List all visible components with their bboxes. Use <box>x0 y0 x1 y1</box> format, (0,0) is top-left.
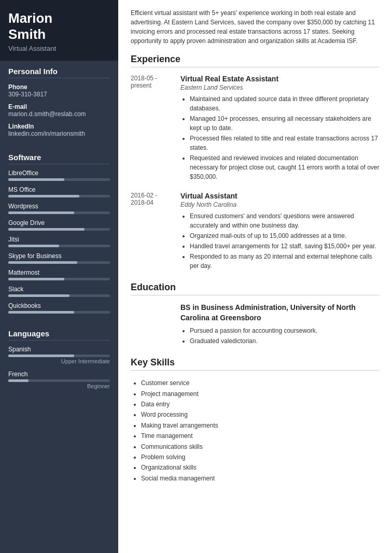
software-name: Google Drive <box>8 219 110 226</box>
skill-item: Project management <box>141 389 380 399</box>
language-bar-fill <box>8 355 74 357</box>
exp-company: Eastern Land Services <box>180 84 380 91</box>
personal-info-title: Personal Info <box>8 67 110 78</box>
email-item: E-mail marion.d.smith@reslab.com <box>8 103 110 118</box>
software-item: LibreOffice <box>8 169 110 181</box>
skill-item: Word processing <box>141 409 380 420</box>
phone-label: Phone <box>8 83 110 91</box>
edu-content: BS in Business Administration, Universit… <box>180 303 380 347</box>
software-bar-bg <box>8 278 110 280</box>
phone-item: Phone 309-310-3817 <box>8 83 110 98</box>
software-bar-bg <box>8 311 110 314</box>
exp-bullet: Managed 10+ processes, ensuring all nece… <box>190 114 380 133</box>
language-name: French <box>8 371 110 378</box>
software-bar-bg <box>8 195 110 197</box>
software-bar-bg <box>8 294 110 297</box>
software-bar-fill <box>8 261 77 264</box>
skill-item: Organizational skills <box>141 462 380 473</box>
exp-bullet: Requested and reviewed invoices and rela… <box>190 153 380 181</box>
sidebar-header: Marion Smith Virtual Assistant <box>0 0 118 61</box>
skill-item: Problem solving <box>141 452 380 462</box>
software-bar-bg <box>8 211 110 214</box>
experience-entry: 2018-05 - present Virtual Real Estate As… <box>131 75 380 182</box>
skills-list: Customer serviceProject managementData e… <box>131 378 380 484</box>
software-name: MS Office <box>8 186 110 193</box>
software-name: Skype for Business <box>8 252 110 260</box>
software-bar-fill <box>8 278 64 280</box>
main-content: Efficient virtual assistant with 5+ year… <box>118 0 392 553</box>
edu-degree: BS in Business Administration, Universit… <box>180 303 380 323</box>
software-item: Wordpress <box>8 203 110 214</box>
exp-dates: 2018-05 - present <box>131 75 172 182</box>
language-item: Spanish Upper Intermediate <box>8 346 110 364</box>
exp-bullets: Maintained and updated source data in th… <box>180 94 380 181</box>
exp-bullet: Ensured customers' and vendors' question… <box>190 211 380 230</box>
software-item: MS Office <box>8 186 110 197</box>
language-bar-bg <box>8 355 110 357</box>
exp-job-title: Virtual Assistant <box>180 192 380 200</box>
software-bar-bg <box>8 228 110 231</box>
software-item: Jitsi <box>8 236 110 247</box>
software-item: Skype for Business <box>8 252 110 264</box>
exp-bullet: Processed files related to title and rea… <box>190 134 380 152</box>
education-section: Education BS in Business Administration,… <box>131 282 380 347</box>
software-bar-fill <box>8 311 74 314</box>
exp-content: Virtual Assistant Eddy North Carolina En… <box>180 192 380 272</box>
candidate-title: Virtual Assistant <box>8 45 110 52</box>
software-name: Quickbooks <box>8 302 110 309</box>
languages-section: Languages Spanish Upper Intermediate Fre… <box>0 323 118 400</box>
exp-dates: 2016-02 - 2018-04 <box>131 192 172 272</box>
software-bar-fill <box>8 228 85 231</box>
software-name: LibreOffice <box>8 169 110 177</box>
phone-value: 309-310-3817 <box>8 91 110 98</box>
linkedin-value: linkedin.com/in/marionsmith <box>8 130 110 137</box>
language-level: Upper Intermediate <box>8 358 110 364</box>
skill-item: Communications skills <box>141 442 380 452</box>
email-value: marion.d.smith@reslab.com <box>8 110 110 118</box>
sidebar: Marion Smith Virtual Assistant Personal … <box>0 0 118 553</box>
language-bar-bg <box>8 379 110 382</box>
software-section: Software LibreOffice MS Office Wordpress… <box>0 147 118 323</box>
exp-bullets: Ensured customers' and vendors' question… <box>180 211 380 271</box>
language-bar-fill <box>8 379 29 382</box>
software-name: Mattermost <box>8 269 110 276</box>
software-bar-fill <box>8 195 79 197</box>
software-item: Slack <box>8 286 110 297</box>
email-label: E-mail <box>8 103 110 110</box>
software-bar-bg <box>8 245 110 247</box>
skill-item: Making travel arrangements <box>141 420 380 431</box>
exp-company: Eddy North Carolina <box>180 201 380 208</box>
software-bar-fill <box>8 211 74 214</box>
software-bar-fill <box>8 245 59 247</box>
exp-job-title: Virtual Real Estate Assistant <box>180 75 380 83</box>
linkedin-label: LinkedIn <box>8 123 110 130</box>
exp-bullet: Handled travel arrangements for 12 staff… <box>190 242 380 251</box>
education-entry: BS in Business Administration, Universit… <box>131 303 380 347</box>
software-name: Wordpress <box>8 203 110 210</box>
exp-content: Virtual Real Estate Assistant Eastern La… <box>180 75 380 182</box>
software-item: Quickbooks <box>8 302 110 314</box>
experience-entry: 2016-02 - 2018-04 Virtual Assistant Eddy… <box>131 192 380 272</box>
edu-bullet: Pursued a passion for accounting coursew… <box>190 326 380 335</box>
software-name: Jitsi <box>8 236 110 243</box>
summary-text: Efficient virtual assistant with 5+ year… <box>131 8 380 46</box>
skill-item: Data entry <box>141 399 380 409</box>
key-skills-title: Key Skills <box>131 357 380 371</box>
software-bar-bg <box>8 261 110 264</box>
language-name: Spanish <box>8 346 110 353</box>
exp-bullet: Organized mail-outs of up to 15,000 addr… <box>190 231 380 240</box>
skills-grid: Customer serviceProject managementData e… <box>131 378 380 484</box>
software-name: Slack <box>8 286 110 293</box>
exp-bullet: Responded to as many as 20 internal and … <box>190 252 380 271</box>
education-title: Education <box>131 282 380 295</box>
software-bar-fill <box>8 294 69 297</box>
linkedin-item: LinkedIn linkedin.com/in/marionsmith <box>8 123 110 137</box>
key-skills-section: Key Skills Customer serviceProject manag… <box>131 357 380 484</box>
skill-item: Social media management <box>141 473 380 484</box>
exp-bullet: Maintained and updated source data in th… <box>190 94 380 113</box>
software-bar-bg <box>8 178 110 181</box>
skill-item: Customer service <box>141 378 380 388</box>
software-bar-fill <box>8 178 64 181</box>
edu-bullet: Graduated valedictorian. <box>190 336 380 346</box>
software-title: Software <box>8 153 110 164</box>
